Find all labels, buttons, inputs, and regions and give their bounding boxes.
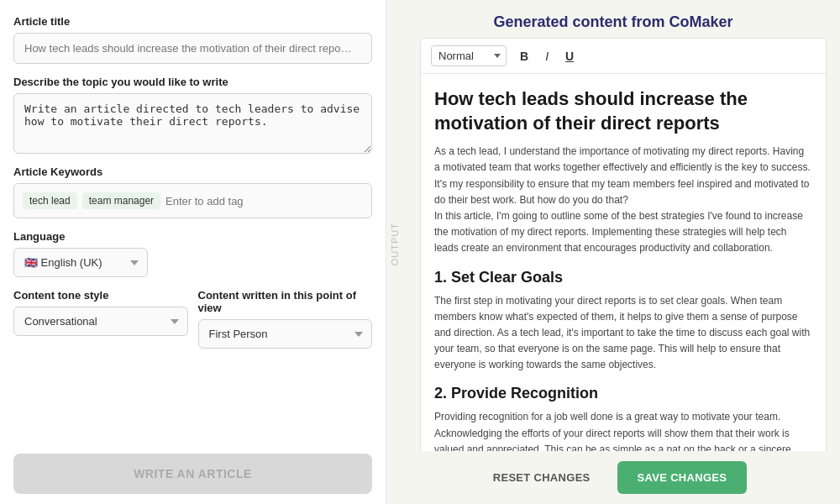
pov-label: Content written in this point of view [198, 289, 373, 314]
section-1-heading: 1. Set Clear Goals [434, 269, 812, 286]
article-title-group: Article title [13, 15, 372, 64]
section-1-body: The first step in motivating your direct… [434, 293, 812, 374]
keywords-label: Article Keywords [13, 165, 372, 178]
write-article-button[interactable]: WRITE AN ARTICLE [13, 454, 372, 494]
keywords-box[interactable]: tech lead team manager [13, 183, 372, 218]
article-title: How tech leads should increase the motiv… [434, 87, 812, 135]
italic-button[interactable]: I [542, 48, 552, 65]
save-changes-button[interactable]: SAVE CHANGES [617, 461, 748, 494]
output-label: OUTPUT [386, 216, 407, 272]
generated-content-title: Generated content from CoMaker [403, 13, 823, 31]
editor-toolbar: Normal Heading 1 Heading 2 B I U [421, 39, 826, 74]
keywords-input[interactable] [165, 195, 363, 207]
left-panel: Article title Describe the topic you wou… [0, 0, 386, 504]
tag-tech-lead[interactable]: tech lead [23, 192, 77, 209]
right-panel: Generated content from CoMaker OUTPUT No… [386, 0, 840, 504]
section-2-body: Providing recognition for a job well don… [434, 409, 812, 451]
editor-content[interactable]: How tech leads should increase the motiv… [421, 74, 826, 451]
tone-pov-row: Content tone style Conversational Formal… [13, 289, 372, 349]
tone-label: Content tone style [13, 289, 188, 302]
language-label: Language [13, 230, 372, 243]
article-title-label: Article title [13, 15, 372, 28]
topic-group: Describe the topic you would like to wri… [13, 76, 372, 154]
right-header: Generated content from CoMaker [386, 0, 840, 38]
bold-button[interactable]: B [517, 48, 532, 65]
language-group: Language 🇬🇧 English (UK) 🇺🇸 English (US)… [13, 230, 372, 277]
keywords-group: Article Keywords tech lead team manager [13, 165, 372, 218]
section-2-heading: 2. Provide Recognition [434, 385, 812, 402]
reset-changes-button[interactable]: RESET CHANGES [480, 463, 604, 492]
language-select[interactable]: 🇬🇧 English (UK) 🇺🇸 English (US) 🇫🇷 Frenc… [13, 248, 148, 277]
editor-area: Normal Heading 1 Heading 2 B I U How tec… [420, 38, 827, 451]
tone-group: Content tone style Conversational Formal… [13, 289, 188, 349]
pov-group: Content written in this point of view Fi… [198, 289, 373, 349]
tag-team-manager[interactable]: team manager [82, 192, 160, 209]
format-select[interactable]: Normal Heading 1 Heading 2 [431, 45, 507, 66]
bottom-bar: RESET CHANGES SAVE CHANGES [386, 451, 840, 504]
article-title-input[interactable] [13, 33, 372, 64]
underline-button[interactable]: U [562, 48, 577, 65]
topic-label: Describe the topic you would like to wri… [13, 76, 372, 88]
tone-select[interactable]: Conversational Formal Casual [13, 307, 188, 336]
article-intro: As a tech lead, I understand the importa… [434, 144, 812, 256]
topic-textarea[interactable]: Write an article directed to tech leader… [13, 93, 372, 154]
pov-select[interactable]: First Person Second Person Third Person [198, 319, 373, 349]
